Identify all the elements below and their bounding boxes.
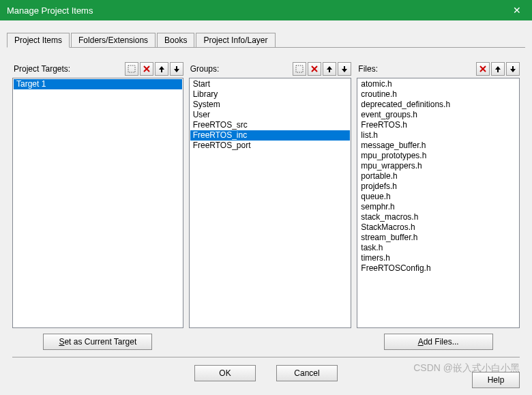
client-area: Project Items Folders/Extensions Books P… bbox=[0, 20, 532, 395]
groups-move-down-button[interactable] bbox=[338, 62, 351, 76]
panels-row: Project Targets: bbox=[12, 61, 520, 350]
list-item[interactable]: task.h bbox=[358, 243, 518, 253]
delete-x-icon bbox=[310, 65, 319, 73]
targets-move-down-button[interactable] bbox=[170, 62, 183, 76]
list-item[interactable]: event_groups.h bbox=[358, 110, 518, 120]
targets-new-button[interactable] bbox=[125, 62, 138, 76]
list-item[interactable]: croutine.h bbox=[358, 89, 518, 100]
groups-toolbar bbox=[293, 62, 351, 76]
arrow-down-icon bbox=[509, 65, 517, 73]
window-title: Manage Project Items bbox=[7, 5, 93, 16]
list-item[interactable]: queue.h bbox=[358, 192, 518, 202]
arrow-up-icon bbox=[158, 65, 166, 73]
arrow-up-icon bbox=[494, 65, 502, 73]
list-item[interactable]: deprecated_definitions.h bbox=[358, 100, 518, 110]
arrow-up-icon bbox=[325, 65, 334, 73]
tab-project-info-layer[interactable]: Project Info/Layer bbox=[196, 33, 275, 47]
ok-button[interactable]: OK bbox=[194, 365, 256, 381]
targets-move-up-button[interactable] bbox=[155, 62, 168, 76]
files-move-down-button[interactable] bbox=[506, 62, 520, 76]
list-item[interactable]: portable.h bbox=[358, 171, 518, 181]
new-icon bbox=[128, 65, 136, 73]
list-item[interactable]: mpu_wrappers.h bbox=[358, 161, 518, 171]
panel-targets: Project Targets: bbox=[12, 61, 183, 350]
cancel-button[interactable]: Cancel bbox=[276, 365, 338, 381]
files-toolbar bbox=[476, 62, 520, 76]
delete-x-icon bbox=[479, 65, 487, 73]
list-item[interactable]: FreeRTOS_src bbox=[190, 120, 351, 130]
groups-listbox[interactable]: StartLibrarySystemUserFreeRTOS_srcFreeRT… bbox=[189, 78, 352, 328]
list-item[interactable]: semphr.h bbox=[358, 202, 518, 212]
targets-toolbar bbox=[125, 62, 183, 76]
list-item[interactable]: projdefs.h bbox=[358, 181, 518, 192]
separator bbox=[12, 357, 520, 358]
list-item[interactable]: Library bbox=[190, 89, 351, 100]
list-item[interactable]: FreeRTOS_port bbox=[190, 141, 351, 151]
delete-x-icon bbox=[143, 65, 151, 73]
files-delete-button[interactable] bbox=[476, 62, 490, 76]
titlebar: Manage Project Items ✕ bbox=[0, 0, 532, 20]
new-icon bbox=[295, 65, 304, 73]
panel-header-targets: Project Targets: bbox=[12, 61, 183, 76]
svg-rect-1 bbox=[296, 65, 303, 72]
list-item[interactable]: Start bbox=[190, 79, 351, 89]
panel-header-groups: Groups: bbox=[189, 61, 352, 76]
list-item[interactable]: System bbox=[190, 100, 351, 110]
list-item[interactable]: atomic.h bbox=[358, 79, 518, 89]
list-item[interactable]: stack_macros.h bbox=[358, 212, 518, 222]
panel-title-files: Files: bbox=[357, 64, 476, 74]
list-item[interactable]: StackMacros.h bbox=[358, 222, 518, 233]
tab-strip: Project Items Folders/Extensions Books P… bbox=[7, 33, 525, 48]
list-item[interactable]: FreeRTOSConfig.h bbox=[358, 263, 518, 274]
list-item[interactable]: stream_buffer.h bbox=[358, 233, 518, 243]
tab-folders-extensions[interactable]: Folders/Extensions bbox=[71, 33, 156, 47]
svg-rect-0 bbox=[128, 65, 135, 72]
targets-delete-button[interactable] bbox=[140, 62, 153, 76]
groups-delete-button[interactable] bbox=[308, 62, 321, 76]
groups-new-button[interactable] bbox=[293, 62, 306, 76]
list-item[interactable]: FreeRTOS.h bbox=[358, 120, 518, 130]
set-current-target-button[interactable]: Set as Current Target bbox=[43, 334, 152, 350]
help-button[interactable]: Help bbox=[472, 372, 520, 388]
list-item[interactable]: User bbox=[190, 110, 351, 120]
panel-groups: Groups: StartLibrarySystemUserFreeRTOS_s… bbox=[189, 61, 352, 350]
panel-header-files: Files: bbox=[357, 61, 520, 76]
files-move-up-button[interactable] bbox=[491, 62, 505, 76]
list-item[interactable]: FreeRTOS_inc bbox=[190, 130, 351, 141]
arrow-down-icon bbox=[173, 65, 181, 73]
tab-content: Project Targets: bbox=[7, 48, 525, 390]
list-item[interactable]: message_buffer.h bbox=[358, 141, 518, 151]
tab-project-items[interactable]: Project Items bbox=[7, 33, 70, 48]
targets-listbox[interactable]: Target 1 bbox=[12, 78, 183, 328]
list-item[interactable]: list.h bbox=[358, 130, 518, 141]
list-item[interactable]: mpu_prototypes.h bbox=[358, 151, 518, 161]
bottom-buttons-row: OK Cancel bbox=[12, 362, 520, 383]
close-button[interactable]: ✕ bbox=[501, 0, 532, 20]
panel-title-targets: Project Targets: bbox=[12, 64, 125, 74]
close-icon: ✕ bbox=[513, 5, 521, 16]
groups-move-up-button[interactable] bbox=[323, 62, 336, 76]
panel-title-groups: Groups: bbox=[189, 64, 293, 74]
files-listbox[interactable]: atomic.hcroutine.hdeprecated_definitions… bbox=[357, 78, 520, 328]
panel-files: Files: atomic.hcroutine.hdeprecated_defi… bbox=[357, 61, 520, 350]
arrow-down-icon bbox=[340, 65, 349, 73]
tab-books[interactable]: Books bbox=[157, 33, 194, 47]
add-files-button[interactable]: Add Files... bbox=[384, 334, 493, 350]
list-item[interactable]: timers.h bbox=[358, 253, 518, 263]
list-item[interactable]: Target 1 bbox=[14, 79, 182, 89]
